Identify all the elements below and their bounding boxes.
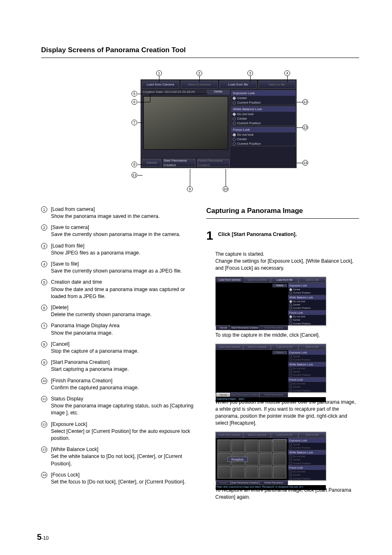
white-balance-lock-panel: White Balance Lock Do not lock Center Cu… — [231, 106, 296, 126]
callout-5: 5 — [131, 91, 137, 97]
desc-item-12: 12 [Exposure Lock] Select [Center] or [C… — [41, 421, 194, 442]
exposure-current-option[interactable]: Current Position — [231, 100, 295, 105]
focus-do-not-lock-option[interactable]: Do not lock — [231, 132, 295, 137]
mini-hint-text: Right click a panorama image and select … — [216, 485, 326, 490]
save-to-file-button[interactable]: Save to file — [258, 81, 296, 89]
sub-section-heading: Capturing a Panorama Image — [206, 206, 359, 216]
callout-3: 3 — [247, 70, 253, 76]
delete-button[interactable]: Delete — [207, 90, 230, 95]
desc-item-8: 8 [Cancel] Stop the capture of a panoram… — [41, 341, 194, 355]
mini-status-text: Capturing images... (pan) — [216, 397, 326, 402]
callout-14: 14 — [302, 160, 308, 166]
desc-item-10: 10 [Finish Panorama Creation] Confirm th… — [41, 377, 194, 391]
desc-item-6: 6 [Delete] Delete the currently shown pa… — [41, 304, 194, 318]
load-from-file-button[interactable]: Load from file — [219, 81, 257, 89]
finish-panorama-button[interactable]: Finish Panorama Creation — [197, 159, 230, 167]
body-paragraph: The capture is started. Change the setti… — [206, 251, 359, 272]
page-number: 5-10 — [37, 531, 48, 543]
step-text: Click [Start Panorama Creation]. — [218, 229, 297, 242]
focus-center-option[interactable]: Center — [231, 137, 295, 141]
white-current-option[interactable]: Current Position — [231, 121, 295, 125]
focus-lock-panel: Focus Lock Do not lock Center Current Po… — [231, 127, 296, 146]
sub-heading-rule — [206, 218, 359, 219]
two-column-layout: 1 [Load from camera] Show the panorama i… — [41, 206, 359, 506]
mini-screenshot-1: Load from camera Save to camera Load fro… — [215, 277, 326, 326]
left-column: 1 [Load from camera] Show the panorama i… — [41, 206, 194, 506]
desc-item-13: 13 [White Balance Lock] Set the white ba… — [41, 446, 194, 467]
callout-6: 6 — [131, 99, 137, 105]
callout-1: 1 — [156, 70, 162, 76]
step-number: 1 — [206, 229, 213, 242]
cancel-button[interactable]: Cancel — [142, 159, 161, 167]
mini-cancel-button[interactable]: Cancel — [216, 392, 231, 397]
white-balance-lock-header: White Balance Lock — [231, 106, 295, 112]
focus-lock-header: Focus Lock — [231, 127, 295, 132]
document-page: Display Screens of Panorama Creation Too… — [0, 0, 392, 555]
mini-start-button[interactable]: Start Panorama Creation — [231, 325, 259, 330]
mini-load-camera-button[interactable]: Load from camera — [216, 277, 243, 283]
start-panorama-button[interactable]: Start Panorama Creation — [163, 159, 196, 167]
desc-item-3: 3 [Load from file] Show JPEG files as a … — [41, 243, 194, 257]
callout-10: 10 — [223, 186, 228, 192]
mini-screenshot-2: Load from camera Save to camera Load fro… — [215, 344, 326, 393]
callout-8: 8 — [131, 162, 137, 167]
desc-item-11: 11 Status Display Show the panorama imag… — [41, 395, 194, 417]
tool-left-area: Creation Date :2011/02/15 20:28:25 Delet… — [141, 90, 231, 158]
item-number: 1 — [41, 206, 47, 213]
white-do-not-lock-option[interactable]: Do not lock — [231, 112, 295, 116]
body-paragraph: To stop the capture in the middle, click… — [206, 332, 359, 339]
load-from-camera-button[interactable]: Load from Camera — [142, 81, 179, 89]
body-paragraph: When you position the mouse pointer over… — [206, 399, 359, 427]
item-desc: Show the panorama image saved in the cam… — [51, 213, 194, 220]
desc-item-9: 9 [Start Panorama Creation] Start captur… — [41, 359, 194, 373]
white-center-option[interactable]: Center — [231, 116, 295, 121]
tool-bottom-toolbar: Cancel Start Panorama Creation Finish Pa… — [141, 158, 231, 168]
section-heading: Display Screens of Panorama Creation Too… — [41, 45, 359, 55]
callout-2: 2 — [196, 70, 202, 76]
heading-rule — [41, 58, 359, 58]
exposure-lock-header: Exposure Lock — [231, 90, 295, 96]
desc-item-7: 7 Panorama Image Display Area Show the p… — [41, 322, 194, 336]
callout-9: 9 — [187, 186, 193, 192]
tool-right-panels: Exposure Lock Center Current Position Wh… — [231, 90, 296, 158]
desc-item-1: 1 [Load from camera] Show the panorama i… — [41, 206, 194, 220]
desc-item-14: 14 [Focus Lock] Set the focus to [Do not… — [41, 472, 194, 486]
exposure-lock-panel: Exposure Lock Center Current Position — [231, 90, 296, 105]
callout-13: 13 — [302, 125, 308, 130]
recapture-menu-item[interactable]: Recapture — [227, 457, 248, 462]
annotated-screenshot-figure: Load from Camera Save to camera Load fro… — [87, 70, 313, 194]
focus-current-option[interactable]: Current Position — [231, 141, 295, 146]
panorama-preview-image — [143, 96, 228, 150]
item-label: [Load from camera] — [51, 206, 95, 212]
panorama-tool-window: Load from Camera Save to camera Load fro… — [141, 79, 297, 168]
tool-top-toolbar: Load from Camera Save to camera Load fro… — [141, 80, 296, 90]
callout-7: 7 — [131, 120, 137, 125]
desc-item-5: 5 Creation date and time Show the date a… — [41, 279, 194, 300]
callout-4: 4 — [284, 70, 290, 76]
exposure-center-option[interactable]: Center — [231, 96, 295, 100]
step-1: 1 Click [Start Panorama Creation]. — [206, 229, 359, 242]
callout-12: 12 — [302, 99, 308, 105]
desc-item-4: 4 [Save to file] Save the currently show… — [41, 261, 194, 275]
desc-item-2: 2 [Save to camera] Save the currently sh… — [41, 224, 194, 238]
mini-screenshot-3: Load from camera Save to camera Load fro… — [215, 432, 326, 481]
callout-11: 11 — [131, 172, 137, 178]
right-column: Capturing a Panorama Image 1 Click [Star… — [206, 206, 359, 506]
